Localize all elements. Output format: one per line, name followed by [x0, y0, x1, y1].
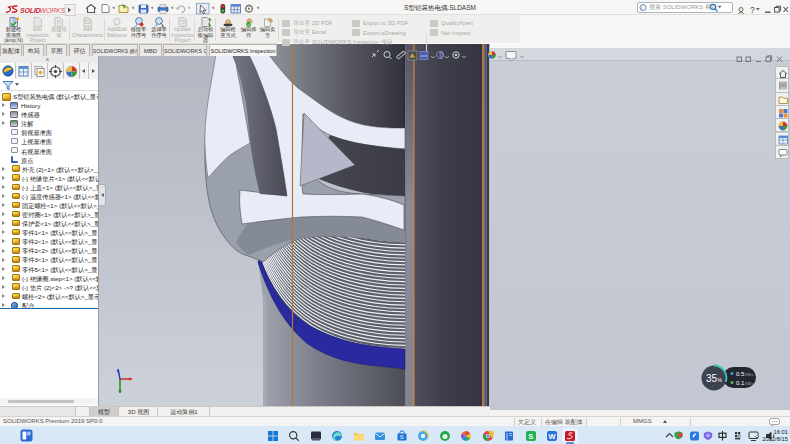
svg-text:S: S [399, 434, 403, 440]
svg-text:35: 35 [706, 373, 718, 384]
svg-text:i: i [641, 5, 642, 11]
svg-text:KB/s: KB/s [745, 381, 753, 386]
svg-text:S: S [528, 432, 533, 441]
svg-text:0.1: 0.1 [736, 380, 745, 386]
svg-text:KB/s: KB/s [745, 372, 753, 377]
svg-text:W: W [548, 432, 556, 441]
svg-text:%: % [718, 377, 723, 383]
svg-text:0.5: 0.5 [736, 371, 745, 377]
svg-text:?: ? [750, 5, 755, 15]
